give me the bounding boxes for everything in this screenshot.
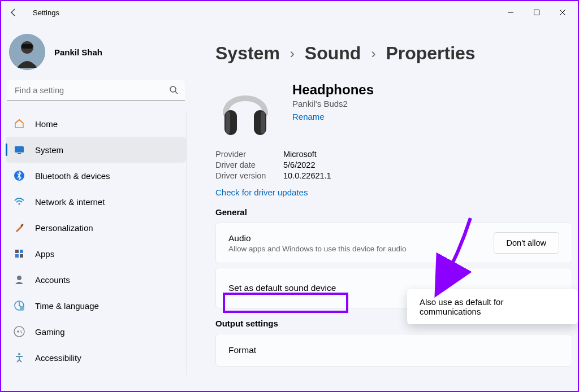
- svg-rect-4: [21, 44, 33, 49]
- maximize-button[interactable]: [524, 2, 550, 23]
- svg-point-21: [21, 332, 22, 333]
- svg-point-22: [18, 353, 20, 355]
- close-button[interactable]: [550, 2, 576, 23]
- audio-desc: Allow apps and Windows to use this devic…: [228, 245, 494, 253]
- sidebar-item-network[interactable]: Network & internet: [6, 189, 186, 215]
- sidebar-item-home[interactable]: Home: [6, 111, 186, 137]
- sidebar-item-label: System: [35, 145, 63, 155]
- avatar: [9, 34, 45, 70]
- svg-point-16: [17, 276, 21, 280]
- svg-rect-7: [15, 146, 24, 153]
- svg-point-20: [20, 330, 21, 332]
- svg-point-18: [20, 306, 24, 311]
- sidebar-item-system[interactable]: System: [6, 137, 186, 163]
- sidebar-item-accessibility[interactable]: Accessibility: [6, 345, 186, 371]
- svg-rect-13: [20, 250, 23, 253]
- audio-title: Audio: [228, 233, 494, 243]
- sidebar-item-label: Gaming: [35, 327, 65, 337]
- sidebar-item-label: Home: [35, 119, 58, 129]
- app-title: Settings: [33, 8, 59, 17]
- arrow-left-icon: [9, 8, 18, 17]
- sidebar-item-gaming[interactable]: Gaming: [6, 319, 186, 345]
- search-input[interactable]: [7, 80, 185, 101]
- svg-rect-26: [261, 111, 265, 134]
- svg-rect-15: [20, 254, 23, 258]
- svg-rect-14: [15, 254, 19, 258]
- svg-point-10: [19, 203, 20, 205]
- sidebar-item-label: Bluetooth & devices: [35, 171, 110, 181]
- breadcrumb: System › Sound › Properties: [215, 43, 572, 64]
- apps-icon: [14, 248, 25, 259]
- maximize-icon: [534, 10, 539, 15]
- dont-allow-button[interactable]: Don't allow: [494, 232, 559, 254]
- sidebar-item-label: Apps: [35, 249, 54, 259]
- search-icon: [169, 85, 178, 97]
- driver-updates-link[interactable]: Check for driver updates: [215, 188, 308, 197]
- driver-version-value: 10.0.22621.1: [283, 171, 331, 180]
- svg-rect-8: [18, 153, 21, 154]
- brush-icon: [14, 222, 25, 233]
- format-title: Format: [228, 345, 559, 355]
- minimize-icon: [508, 10, 513, 15]
- svg-rect-12: [15, 250, 19, 253]
- sidebar-item-apps[interactable]: Apps: [6, 241, 186, 267]
- svg-line-6: [175, 92, 178, 94]
- driver-date-value: 5/6/2022: [283, 160, 315, 169]
- svg-rect-1: [534, 10, 539, 15]
- minimize-button[interactable]: [498, 2, 524, 23]
- device-title: Headphones: [292, 82, 374, 98]
- profile-name: Pankil Shah: [54, 47, 102, 57]
- driver-version-label: Driver version: [215, 171, 278, 180]
- sidebar-item-label: Network & internet: [35, 197, 105, 207]
- rename-link[interactable]: Rename: [292, 112, 325, 121]
- format-card[interactable]: Format: [215, 334, 572, 367]
- sidebar-item-accounts[interactable]: Accounts: [6, 267, 186, 293]
- system-icon: [14, 144, 25, 155]
- clock-globe-icon: [14, 300, 25, 311]
- sidebar-item-label: Accounts: [35, 275, 70, 285]
- sidebar-item-label: Time & language: [35, 301, 99, 311]
- driver-date-label: Driver date: [215, 160, 278, 169]
- home-icon: [14, 118, 25, 129]
- profile[interactable]: Pankil Shah: [5, 28, 187, 80]
- bluetooth-icon: [14, 170, 25, 181]
- person-icon: [14, 274, 25, 285]
- sidebar-item-bluetooth[interactable]: Bluetooth & devices: [6, 163, 186, 189]
- device-subtitle: Pankil's Buds2: [292, 99, 374, 108]
- gaming-icon: [14, 326, 25, 337]
- headphones-icon: [215, 79, 275, 137]
- breadcrumb-sound[interactable]: Sound: [305, 43, 361, 64]
- provider-value: Microsoft: [283, 150, 317, 159]
- sidebar-item-time[interactable]: Time & language: [6, 293, 186, 319]
- chevron-right-icon: ›: [290, 46, 295, 62]
- audio-card: Audio Allow apps and Windows to use this…: [215, 223, 572, 263]
- accessibility-icon: [14, 352, 25, 363]
- close-icon: [560, 10, 565, 15]
- svg-rect-25: [226, 111, 230, 134]
- sidebar-item-personalization[interactable]: Personalization: [6, 215, 186, 241]
- wifi-icon: [14, 196, 25, 207]
- chevron-right-icon: ›: [371, 46, 375, 62]
- general-section-label: General: [215, 207, 572, 217]
- back-button[interactable]: [3, 2, 24, 23]
- breadcrumb-current: Properties: [386, 43, 475, 64]
- svg-point-5: [170, 86, 176, 92]
- breadcrumb-system[interactable]: System: [215, 43, 280, 64]
- sidebar-item-label: Personalization: [35, 223, 93, 233]
- default-dropdown-option[interactable]: Also use as default for communications: [407, 289, 578, 324]
- sidebar-item-label: Accessibility: [35, 353, 81, 363]
- search-box[interactable]: [7, 80, 185, 101]
- provider-label: Provider: [215, 150, 278, 159]
